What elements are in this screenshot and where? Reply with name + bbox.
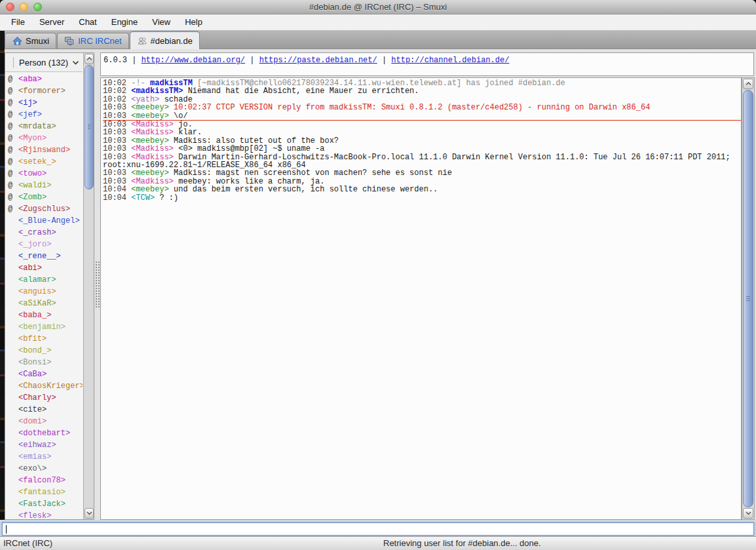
list-item[interactable]: @<Zugschlus> — [5, 203, 83, 215]
list-item[interactable]: <_Blue-Angel> — [5, 215, 83, 227]
nick-label: <setek_> — [18, 157, 56, 167]
topic-link[interactable]: http://www.debian.org/ — [142, 56, 245, 65]
list-item[interactable]: <aSiKaR> — [5, 298, 83, 309]
chat-scrollbar-thumb[interactable] — [743, 90, 753, 507]
list-item[interactable]: @<mrdata> — [5, 121, 83, 132]
list-item[interactable]: <bfit> — [5, 333, 83, 345]
menu-item-help[interactable]: Help — [178, 14, 210, 30]
sidebar-scrollbar-thumb[interactable] — [85, 65, 94, 189]
menu-item-chat[interactable]: Chat — [71, 14, 104, 30]
chat-message-area: 10:02 -!- madkissTM [~madkissTM@chello06… — [100, 77, 742, 520]
chat-message-line: 10:03 <meebey> 10:02:37 CTCP VERSION rep… — [103, 104, 741, 111]
list-item[interactable]: <flesk> — [5, 510, 83, 519]
list-item[interactable]: <CaBa> — [5, 368, 83, 380]
nick-label: <bond_> — [18, 346, 51, 355]
tab-irc-ircnet[interactable]: IRC IRCnet — [57, 33, 128, 49]
nick-label: <baba_> — [18, 311, 51, 320]
list-item[interactable]: <falcon78> — [5, 475, 83, 486]
list-item[interactable]: <exo\> — [5, 463, 83, 475]
nick-label: <ij> — [18, 98, 37, 108]
list-item[interactable]: <_rene__> — [5, 250, 83, 262]
op-flag: @ — [8, 73, 18, 85]
tab-smuxi[interactable]: Smuxi — [5, 33, 56, 49]
scroll-up-icon[interactable] — [85, 54, 94, 64]
nick-label: <_Blue-Angel> — [18, 216, 80, 226]
nick-label: <flesk> — [18, 511, 51, 519]
list-item[interactable]: <domi> — [5, 416, 83, 427]
list-item[interactable]: <anguis> — [5, 286, 83, 298]
list-item[interactable]: <Bonsi> — [5, 357, 83, 368]
list-item[interactable]: <Charly> — [5, 392, 83, 404]
message-text: 10:02:37 CTCP VERSION reply from madkiss… — [174, 103, 650, 112]
nick-label: <ChaosKrieger> — [18, 382, 83, 391]
nick-label: <_rene__> — [18, 252, 61, 261]
nick-label: <mrdata> — [18, 122, 56, 131]
nick-label: <benjamin> — [18, 323, 66, 332]
list-item[interactable]: @<waldi> — [5, 180, 83, 191]
pane-splitter[interactable] — [94, 52, 100, 520]
menu-bar: FileServerChatEngineViewHelp — [0, 14, 756, 31]
list-item[interactable]: <_joro> — [5, 239, 83, 250]
list-item[interactable]: @<Myon> — [5, 132, 83, 144]
list-item[interactable]: @<jef> — [5, 109, 83, 121]
network-icon — [64, 36, 75, 47]
list-item[interactable]: <FastJack> — [5, 498, 83, 510]
tab--debian-de[interactable]: #debian.de — [130, 31, 200, 49]
list-item[interactable]: @<towo> — [5, 168, 83, 180]
menu-item-view[interactable]: View — [145, 14, 178, 30]
chat-scrollbar[interactable] — [742, 77, 755, 520]
op-flag: @ — [8, 109, 18, 121]
nick-label: <aSiKaR> — [18, 299, 56, 308]
list-item[interactable]: <abi> — [5, 262, 83, 274]
list-item[interactable]: <bond_> — [5, 345, 83, 357]
text-cursor — [6, 525, 7, 534]
person-dropdown[interactable]: Person (132) — [5, 53, 83, 72]
list-item[interactable]: <alamar> — [5, 274, 83, 286]
list-item[interactable]: <cite> — [5, 404, 83, 416]
nick-label: <bfit> — [18, 334, 47, 344]
list-item[interactable]: @<ij> — [5, 97, 83, 109]
nick-label: <Zomb> — [18, 193, 47, 202]
menu-item-server[interactable]: Server — [32, 14, 71, 30]
list-item[interactable]: <ChaosKrieger> — [5, 380, 83, 392]
nick-label: <jef> — [18, 110, 42, 119]
list-item[interactable]: @<Zomb> — [5, 191, 83, 203]
list-item[interactable]: <dothebart> — [5, 427, 83, 439]
list-item[interactable]: <emias> — [5, 451, 83, 463]
title-bar[interactable]: #debian.de @ IRCnet (IRC) – Smuxi — [0, 0, 756, 14]
topic-link[interactable]: https://paste.debian.net/ — [259, 56, 377, 65]
list-item[interactable]: @<aba> — [5, 73, 83, 85]
sidebar-scrollbar[interactable] — [83, 53, 94, 519]
list-item[interactable]: <benjamin> — [5, 321, 83, 333]
list-item[interactable]: @<setek_> — [5, 156, 83, 168]
nick-label: <alamar> — [18, 275, 56, 285]
message-input[interactable] — [2, 522, 754, 536]
nick-label: <TCW> — [131, 193, 159, 203]
input-bar — [0, 520, 756, 537]
nick-label: <fantasio> — [18, 488, 66, 497]
list-item[interactable]: @<Rjinswand> — [5, 144, 83, 156]
list-item[interactable]: <eihwaz> — [5, 439, 83, 451]
op-flag: @ — [8, 191, 18, 203]
nick-label: <cite> — [18, 405, 47, 414]
nick-label: <eihwaz> — [18, 441, 56, 450]
scroll-up-icon[interactable] — [743, 79, 753, 89]
list-item[interactable]: @<formorer> — [5, 85, 83, 97]
list-item[interactable]: <fantasio> — [5, 486, 83, 498]
topic-version: 6.0.3 — [104, 56, 127, 65]
nick-label: <_crash> — [18, 228, 56, 237]
nick-label: <_joro> — [18, 240, 51, 249]
splitter-grip[interactable] — [95, 261, 100, 308]
scroll-down-icon[interactable] — [85, 508, 94, 519]
list-item[interactable]: <_crash> — [5, 227, 83, 239]
nick-label: <exo\> — [18, 464, 47, 473]
scroll-down-icon[interactable] — [743, 508, 753, 519]
tab-bar: SmuxiIRC IRCnet#debian.de — [0, 31, 756, 49]
chat-message-line: 10:04 <TCW> ? :) — [103, 194, 741, 202]
menu-item-engine[interactable]: Engine — [104, 14, 145, 30]
list-item[interactable]: <baba_> — [5, 309, 83, 321]
nick-label: <waldi> — [18, 181, 51, 190]
topic-link[interactable]: http://channel.debian.de/ — [391, 56, 509, 65]
menu-item-file[interactable]: File — [4, 14, 32, 30]
op-flag: @ — [8, 203, 18, 215]
